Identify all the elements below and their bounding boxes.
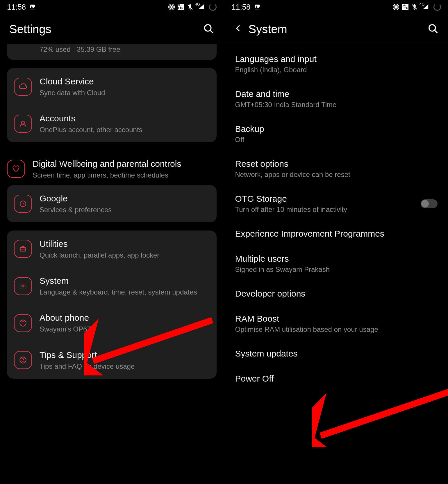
accounts-title: Accounts: [40, 113, 210, 124]
experience-programmes-item[interactable]: Experience Improvement Programmes: [225, 221, 448, 246]
svg-point-20: [395, 6, 397, 8]
accounts-sub: OnePlus account, other accounts: [40, 125, 210, 134]
otg-toggle[interactable]: [421, 199, 438, 208]
storage-card-partial[interactable]: 72% used - 35.39 GB free: [7, 44, 217, 60]
mute-icon: [411, 4, 418, 10]
utilities-sub: Quick launch, parallel apps, app locker: [40, 251, 210, 260]
system-sub: Language & keyboard, time, reset, system…: [40, 288, 210, 297]
backup-item[interactable]: Backup Off: [225, 116, 448, 151]
reset-sub: Network, apps or device can be reset: [235, 171, 432, 179]
svg-line-7: [210, 30, 213, 33]
otg-sub: Turn off after 10 minutes of inactivity: [235, 205, 415, 214]
backup-title: Backup: [235, 124, 432, 134]
system-item[interactable]: System Language & keyboard, time, reset,…: [7, 267, 217, 304]
users-title: Multiple users: [235, 254, 432, 264]
accounts-item[interactable]: Accounts OnePlus account, other accounts: [7, 105, 217, 142]
image-icon: [254, 4, 260, 10]
google-sub: Services & preferences: [40, 205, 210, 214]
cloud-title: Cloud Service: [40, 76, 210, 87]
backup-sub: Off: [235, 136, 432, 144]
system-group: Utilities Quick launch, parallel apps, a…: [7, 231, 217, 379]
wellbeing-title: Digital Wellbeing and parental controls: [33, 158, 217, 169]
page-title: System: [249, 23, 287, 36]
gear-icon: [14, 277, 32, 295]
help-icon: [14, 351, 32, 369]
heart-icon: [7, 160, 25, 178]
system-header: System: [225, 14, 448, 44]
toolbox-icon: [14, 240, 32, 258]
languages-input-item[interactable]: Languages and input English (India), Gbo…: [225, 47, 448, 81]
hotspot-icon: [168, 4, 175, 10]
tips-support-item[interactable]: Tips & Support Tips and FAQ on device us…: [7, 342, 217, 379]
dev-title: Developer options: [235, 289, 432, 299]
storage-subtitle: 72% used - 35.39 GB free: [7, 44, 217, 60]
system-title: System: [40, 275, 210, 286]
power-off-item[interactable]: Power Off: [225, 366, 448, 391]
wellbeing-group: Digital Wellbeing and parental controls …: [7, 150, 217, 190]
search-button[interactable]: [203, 23, 214, 36]
image-icon: [29, 4, 36, 10]
back-button[interactable]: [234, 24, 243, 35]
otg-title: OTG Storage: [235, 194, 415, 204]
svg-line-25: [435, 30, 438, 33]
google-icon: [14, 195, 32, 213]
status-time: 11:58: [7, 3, 26, 12]
lang-title: Languages and input: [235, 54, 432, 64]
otg-storage-item[interactable]: OTG Storage Turn off after 10 minutes of…: [225, 186, 448, 221]
digital-wellbeing-item[interactable]: Digital Wellbeing and parental controls …: [7, 150, 217, 187]
svg-point-6: [204, 24, 211, 31]
hotspot-icon: [393, 4, 399, 10]
cloud-service-item[interactable]: Cloud Service Sync data with Cloud: [7, 68, 217, 105]
svg-point-24: [429, 24, 435, 31]
signal-icon: 4G: [196, 4, 206, 10]
search-button[interactable]: [428, 23, 439, 36]
status-bar: 11:58 VoLTE 4G: [225, 0, 448, 14]
multiple-users-item[interactable]: Multiple users Signed in as Swayam Praka…: [225, 246, 448, 281]
svg-point-17: [23, 361, 23, 362]
reset-options-item[interactable]: Reset options Network, apps or device ca…: [225, 151, 448, 186]
status-time: 11:58: [232, 3, 251, 12]
reset-title: Reset options: [235, 159, 432, 169]
settings-header: Settings: [0, 14, 224, 44]
utilities-title: Utilities: [40, 238, 210, 249]
phone-system: 11:58 VoLTE 4G System: [225, 0, 448, 484]
info-icon: [14, 314, 32, 332]
phone-settings: 11:58 VoLTE 4G Settings: [0, 0, 225, 484]
cloud-icon: [14, 78, 32, 96]
updates-title: System updates: [235, 349, 432, 359]
svg-point-19: [256, 6, 257, 7]
date-sub: GMT+05:30 India Standard Time: [235, 101, 432, 109]
svg-point-12: [22, 285, 24, 287]
ram-title: RAM Boost: [235, 314, 432, 324]
page-title: Settings: [9, 23, 51, 36]
google-item[interactable]: Google Services & preferences: [7, 185, 217, 222]
svg-point-15: [23, 321, 23, 322]
status-bar: 11:58 VoLTE 4G: [0, 0, 224, 14]
about-phone-item[interactable]: About phone Swayam's OP6T: [7, 304, 217, 341]
accounts-icon: [14, 115, 32, 133]
about-sub: Swayam's OP6T: [40, 325, 210, 334]
ram-sub: Optimise RAM utilisation based on your u…: [235, 325, 432, 334]
developer-options-item[interactable]: Developer options: [225, 281, 448, 306]
tips-title: Tips & Support: [40, 349, 210, 361]
ram-boost-item[interactable]: RAM Boost Optimise RAM utilisation based…: [225, 306, 448, 341]
google-title: Google: [40, 193, 210, 204]
loading-spinner-icon: [433, 3, 441, 11]
utilities-item[interactable]: Utilities Quick launch, parallel apps, a…: [7, 231, 217, 267]
svg-point-2: [171, 6, 172, 8]
svg-point-8: [22, 121, 24, 124]
wellbeing-sub: Screen time, app timers, bedtime schedul…: [33, 171, 217, 180]
lang-sub: English (India), Gboard: [235, 66, 432, 74]
tips-sub: Tips and FAQ on device usage: [40, 362, 210, 371]
google-group: Google Services & preferences: [7, 185, 217, 222]
system-updates-item[interactable]: System updates: [225, 341, 448, 366]
exp-title: Experience Improvement Programmes: [235, 229, 432, 239]
about-title: About phone: [40, 312, 210, 323]
users-sub: Signed in as Swayam Prakash: [235, 265, 432, 274]
svg-point-1: [31, 6, 32, 7]
cloud-sub: Sync data with Cloud: [40, 88, 210, 97]
date-time-item[interactable]: Date and time GMT+05:30 India Standard T…: [225, 81, 448, 116]
accounts-group: Cloud Service Sync data with Cloud Accou…: [7, 68, 217, 142]
volte-icon: VoLTE: [178, 4, 184, 10]
date-title: Date and time: [235, 89, 432, 99]
